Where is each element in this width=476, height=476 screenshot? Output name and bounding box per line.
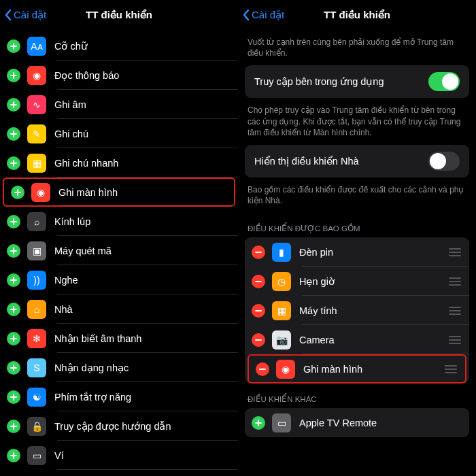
item-label: Ghi màn hình	[303, 364, 362, 375]
app-icon: 📷	[272, 330, 291, 350]
toggle-knob	[442, 73, 458, 90]
item-label: Phím tắt trợ năng	[54, 392, 131, 403]
item-label: Đọc thông báo	[54, 70, 119, 81]
drag-handle-icon[interactable]	[449, 248, 461, 256]
app-icon: 🔒	[27, 417, 46, 436]
add-button[interactable]	[7, 273, 20, 287]
add-button[interactable]	[7, 156, 20, 170]
item-label: Nhận biết âm thanh	[54, 333, 141, 344]
setting-label: Truy cập bên trong ứng dụng	[254, 76, 384, 87]
add-button[interactable]	[7, 420, 20, 433]
drag-handle-icon[interactable]	[445, 365, 457, 373]
add-button[interactable]	[252, 416, 265, 430]
drag-handle-icon[interactable]	[449, 307, 461, 315]
header: Cài đặt TT điều khiển	[0, 0, 238, 30]
remove-button[interactable]	[252, 245, 265, 259]
item-label: Ví	[54, 450, 64, 461]
list-item[interactable]: ⌂Nhà	[0, 294, 238, 324]
add-button[interactable]	[7, 361, 20, 375]
chevron-left-icon	[4, 9, 12, 21]
list-item[interactable]: ▣Máy quét mã	[0, 236, 238, 265]
item-label: Nghe	[54, 275, 78, 286]
list-item[interactable]: 🔒Truy cập được hướng dẫn	[0, 411, 238, 441]
add-button[interactable]	[7, 390, 20, 404]
item-label: Cỡ chữ	[54, 41, 88, 52]
list-item[interactable]: ))Nghe	[0, 265, 238, 294]
page-title: TT điều khiển	[86, 9, 152, 21]
item-label: Máy tính	[299, 305, 337, 316]
list-item[interactable]: 📷Camera	[245, 325, 469, 354]
other-group: ▭Apple TV Remote	[245, 408, 469, 437]
item-label: Máy quét mã	[54, 245, 112, 256]
chevron-left-icon	[242, 9, 250, 21]
app-icon: ✎	[27, 124, 46, 143]
app-icon: ▭	[272, 413, 291, 432]
list-item[interactable]: AᴀCỡ chữ	[0, 31, 238, 61]
list-item[interactable]: ✎Ghi chú	[0, 119, 238, 148]
remove-button[interactable]	[252, 333, 265, 347]
app-icon: Aᴀ	[27, 37, 46, 56]
add-button[interactable]	[7, 303, 20, 316]
list-item[interactable]: ▭Apple TV Remote	[245, 408, 469, 437]
list-item[interactable]: ▦Ghi chú nhanh	[0, 148, 238, 177]
list-item[interactable]: ◷Hẹn giờ	[245, 267, 469, 296]
add-button[interactable]	[11, 186, 24, 199]
item-label: Ghi chú nhanh	[54, 158, 118, 169]
item-label: Kính lúp	[54, 216, 90, 227]
item-label: Nhà	[54, 304, 73, 315]
toggle-access-in-apps[interactable]	[428, 72, 460, 91]
app-icon: ◉	[27, 66, 46, 85]
item-label: Ghi âm	[54, 99, 86, 110]
item-label: Hẹn giờ	[299, 276, 335, 287]
item-label: Truy cập được hướng dẫn	[54, 421, 171, 432]
list-item[interactable]: SNhận dạng nhạc	[0, 353, 238, 382]
list-item[interactable]: ▦Máy tính	[245, 296, 469, 325]
list-item[interactable]: ☯Phím tắt trợ năng	[0, 382, 238, 411]
app-icon: ⌂	[27, 300, 46, 319]
hint-access: Cho phép truy cập vào Trung tâm điều khi…	[238, 98, 476, 145]
hint-home: Bao gồm các điều khiển được đề xuất cho …	[238, 177, 476, 213]
remove-button[interactable]	[252, 275, 265, 288]
drag-handle-icon[interactable]	[449, 336, 461, 344]
add-button[interactable]	[7, 69, 20, 82]
app-icon: ∿	[27, 95, 46, 114]
right-panel: Cài đặt TT điều khiển Vuốt từ cạnh trên …	[238, 0, 476, 476]
setting-home-controls: Hiển thị điều khiển Nhà	[245, 145, 469, 177]
add-button[interactable]	[7, 98, 20, 112]
app-icon: ▣	[27, 241, 46, 260]
add-button[interactable]	[7, 215, 20, 228]
item-label: Nhận dạng nhạc	[54, 362, 129, 373]
item-label: Apple TV Remote	[299, 418, 377, 428]
list-item[interactable]: ▭Ví	[0, 441, 238, 470]
add-button[interactable]	[7, 449, 20, 462]
list-item[interactable]: ◉Ghi màn hình	[248, 354, 466, 384]
section-other: ĐIỀU KHIỂN KHÁC	[238, 384, 476, 408]
item-label: Ghi màn hình	[58, 187, 118, 198]
setting-label: Hiển thị điều khiển Nhà	[254, 156, 359, 167]
toggle-home-controls[interactable]	[428, 152, 460, 171]
add-button[interactable]	[7, 332, 20, 345]
included-group: ▮Đèn pin◷Hẹn giờ▦Máy tính📷Camera◉Ghi màn…	[245, 237, 469, 384]
add-button[interactable]	[7, 39, 20, 53]
back-button[interactable]: Cài đặt	[4, 0, 46, 30]
add-button[interactable]	[7, 244, 20, 258]
list-item[interactable]: ✻Nhận biết âm thanh	[0, 324, 238, 353]
app-icon: ◉	[31, 183, 50, 202]
hint-swipe: Vuốt từ cạnh trên cùng bên phải xuống để…	[238, 30, 476, 65]
list-item[interactable]: ⌕Kính lúp	[0, 207, 238, 236]
list-item[interactable]: ◉Đọc thông báo	[0, 61, 238, 90]
header: Cài đặt TT điều khiển	[238, 0, 476, 30]
toggle-knob	[430, 153, 446, 169]
app-icon: ✻	[27, 329, 46, 348]
list-item[interactable]: ▮Đèn pin	[245, 237, 469, 267]
item-label: Ghi chú	[54, 129, 88, 139]
list-item[interactable]: ∿Ghi âm	[0, 90, 238, 119]
list-item[interactable]: ◉Ghi màn hình	[3, 177, 235, 207]
remove-button[interactable]	[256, 362, 269, 376]
remove-button[interactable]	[252, 304, 265, 318]
more-controls-list: AᴀCỡ chữ◉Đọc thông báo∿Ghi âm✎Ghi chú▦Gh…	[0, 30, 238, 470]
back-button[interactable]: Cài đặt	[242, 0, 284, 30]
drag-handle-icon[interactable]	[449, 277, 461, 286]
item-label: Camera	[299, 335, 335, 345]
add-button[interactable]	[7, 127, 20, 141]
